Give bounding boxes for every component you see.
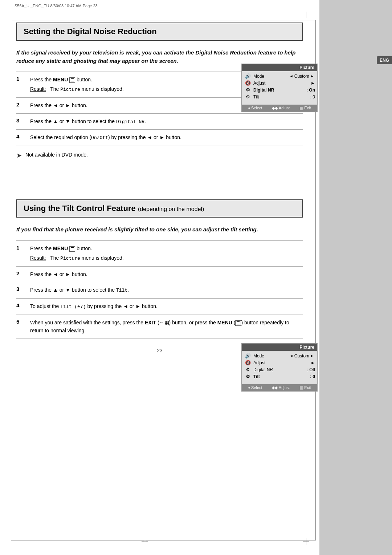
s2-step4-content: To adjust the Tilt (±7) by pressing the …	[30, 299, 303, 315]
tilt-label-2: Tilt	[253, 374, 310, 379]
eng-badge: ENG	[377, 56, 392, 64]
tilt-icon-2: ⚙	[244, 374, 252, 379]
s2-step4-code: Tilt (±7)	[60, 304, 86, 309]
mode-value-2: Custom	[294, 353, 309, 358]
step4-code: On/Off	[91, 135, 108, 141]
mute-icon-2: 🔇	[244, 360, 252, 365]
settings-icon-1: ⚙	[244, 87, 252, 93]
dnr-value-1: : On	[306, 88, 315, 93]
section1-note: ➤ Not available in DVD mode.	[16, 152, 303, 159]
s2-step1-picture-code: Picture	[60, 256, 80, 261]
note-arrow-1: ➤	[16, 151, 22, 159]
page-wrapper: ENG S56A_UI_ENG_EU 8/30/03 10:47 AM Page…	[0, 0, 392, 555]
step3-code: Digital NR	[116, 119, 144, 125]
arrow-left-1: ◄	[290, 74, 293, 78]
speaker-icon-1: 🔊	[244, 73, 252, 79]
arrow-right-1: ►	[310, 74, 314, 78]
section1-title: Setting the Digital Noise Reduction	[24, 27, 296, 36]
exit-label-2: ▦ Exit	[299, 385, 311, 390]
section2-title-normal: (depending on the model)	[138, 206, 204, 212]
menu-footer-2: ♦ Select ◆◆ Adjust ▦ Exit	[242, 384, 317, 391]
s2-step1-result: Result: The Picture menu is displayed.	[30, 254, 303, 263]
settings-icon-2: ⚙	[244, 367, 252, 372]
crosshair-top	[142, 12, 148, 18]
tilt-label-1: Tilt	[253, 94, 310, 100]
section1-title-box: Setting the Digital Noise Reduction	[16, 23, 303, 41]
step4-num: 4	[16, 130, 30, 146]
s2-step3-code: Tilt	[116, 288, 127, 293]
s2-step1-menu-bold: MENU	[53, 246, 68, 251]
s2-step1-num: 1	[16, 240, 30, 266]
s2-step1-content: Press the MENU ☰ button. Result: The Pic…	[30, 240, 303, 266]
s2-menu-bold: MENU	[217, 320, 232, 325]
s2-step1-menu-icon: ☰	[69, 246, 75, 252]
crosshair-bottom	[142, 538, 148, 545]
s2-step3-row: 3 Press the ▲ or ▼ button to select the …	[16, 282, 303, 299]
s2-step3-num: 3	[16, 282, 30, 299]
border-top	[11, 20, 316, 20]
right-sidebar	[319, 0, 392, 555]
section2-intro: If you find that the picture received is…	[16, 226, 303, 234]
step1-menu-bold: MENU	[53, 77, 68, 82]
step3-content: Press the ▲ or ▼ button to select the Di…	[30, 113, 303, 130]
step3-row: 3 Press the ▲ or ▼ button to select the …	[16, 113, 303, 130]
s2-step5-row: 5 When you are satisfied with the settin…	[16, 315, 303, 339]
dnr-value-2: : Off	[307, 367, 315, 372]
s2-menu-icon: ☰	[235, 320, 241, 326]
border-left	[11, 20, 11, 540]
section2-title-bold: Using the Tilt Control Feature	[24, 204, 136, 213]
menu-row-adjust-1: 🔇 Adjust ►	[244, 80, 315, 86]
step1-menu-icon: ☰	[69, 77, 75, 83]
exit-label-1: ▦ Exit	[299, 106, 311, 110]
mute-icon-1: 🔇	[244, 80, 252, 86]
section2-steps: 1 Press the MENU ☰ button. Result: The P…	[16, 240, 303, 339]
s2-step1-result-label: Result:	[30, 255, 46, 261]
s2-step3-content: Press the ▲ or ▼ button to select the Ti…	[30, 282, 303, 299]
crosshair-top-right	[303, 12, 309, 18]
tilt-value-2: : 0	[310, 374, 315, 379]
menu-widget-1: Picture 🔊 Mode ◄ Custom ► 🔇 Adjust ► ⚙ D…	[241, 64, 318, 112]
s2-step2-row: 2 Press the ◄ or ► button.	[16, 266, 303, 282]
adjust-footer-label-1: ◆◆ Adjust	[272, 106, 290, 110]
menu-row-mode-2: 🔊 Mode ◄ Custom ►	[244, 352, 315, 359]
menu-footer-1: ♦ Select ◆◆ Adjust ▦ Exit	[242, 105, 317, 112]
dnr-label-2: Digital NR	[253, 367, 307, 372]
step4-content: Select the required option (On/Off) by p…	[30, 130, 303, 146]
crosshair-bottom-right	[303, 538, 309, 545]
step1-result-label: Result:	[30, 86, 46, 92]
s2-step4-num: 4	[16, 299, 30, 315]
section2-title: Using the Tilt Control Feature (dependin…	[24, 204, 296, 213]
menu-header-2: Picture	[242, 344, 317, 351]
select-label-1: ♦ Select	[248, 106, 262, 110]
step3-num: 3	[16, 113, 30, 130]
menu-row-dnr-1: ⚙ Digital NR : On	[244, 86, 315, 93]
menu-row-dnr-2: ⚙ Digital NR : Off	[244, 366, 315, 373]
s2-exit-bold: EXIT	[145, 320, 156, 325]
menu-widget-2: Picture 🔊 Mode ◄ Custom ► 🔇 Adjust ► ⚙ D…	[241, 343, 318, 392]
tilt-icon-1: ⚙	[244, 94, 252, 100]
arrow-right-2: ►	[310, 354, 314, 358]
section2-title-box: Using the Tilt Control Feature (dependin…	[16, 199, 303, 218]
s2-step1-result-text: The Picture menu is displayed.	[50, 255, 123, 261]
border-bottom	[11, 540, 316, 540]
menu-row-tilt-1: ⚙ Tilt : 0	[244, 93, 315, 100]
arrow-left-2: ◄	[290, 354, 293, 358]
step1-result-text: The Picture menu is displayed.	[50, 86, 123, 92]
adjust-footer-label-2: ◆◆ Adjust	[272, 385, 290, 390]
s2-step5-content: When you are satisfied with the settings…	[30, 315, 303, 339]
s2-step2-content: Press the ◄ or ► button.	[30, 266, 303, 282]
adjust-label-2: Adjust	[253, 360, 311, 365]
adjust-value-1: ►	[311, 81, 315, 86]
speaker-icon-2: 🔊	[244, 353, 252, 358]
menu-row-adjust-2: 🔇 Adjust ►	[244, 359, 315, 366]
menu-row-tilt-2: ⚙ Tilt : 0	[244, 373, 315, 380]
menu-body-2: 🔊 Mode ◄ Custom ► 🔇 Adjust ► ⚙ Digital N…	[242, 351, 317, 384]
step2-num: 2	[16, 98, 30, 113]
tilt-value-1: : 0	[310, 94, 315, 100]
spacer-1	[16, 167, 303, 196]
menu-header-1: Picture	[242, 64, 317, 71]
menu-row-mode-1: 🔊 Mode ◄ Custom ►	[244, 73, 315, 80]
s2-step5-num: 5	[16, 315, 30, 339]
header-text: S56A_UI_ENG_EU 8/30/03 10:47 AM Page 23	[15, 4, 98, 8]
mode-label-2: Mode	[253, 353, 289, 358]
